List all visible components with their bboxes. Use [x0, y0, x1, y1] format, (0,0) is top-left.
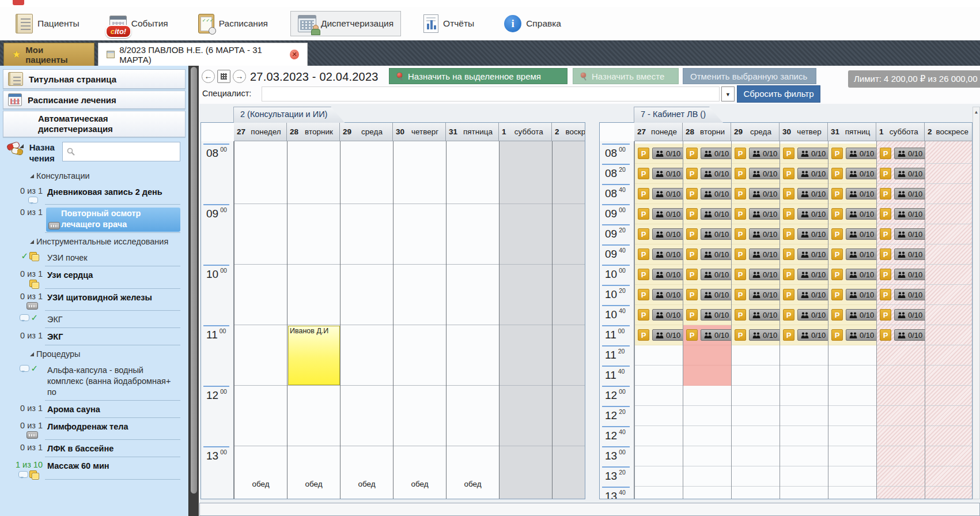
sidebar-item-treatment-schedule[interactable]: Расписание лечения [3, 91, 186, 109]
capacity-badge[interactable]: 0/10 [894, 248, 926, 260]
resource-badge[interactable]: Р [686, 228, 698, 240]
time-slot-cell[interactable] [877, 406, 925, 426]
calendar-picker-button[interactable] [217, 70, 230, 83]
time-slot-cell[interactable] [234, 204, 287, 265]
resource-badge[interactable]: Р [638, 208, 649, 220]
toolbar-item-patients[interactable]: Пациенты [8, 10, 87, 37]
resource-badge[interactable]: Р [831, 329, 843, 341]
time-slot-cell[interactable] [553, 265, 585, 325]
capacity-badge[interactable]: 0/10 [701, 148, 733, 159]
tree-item[interactable]: 0 из 1Арома сауна [0, 401, 188, 418]
tree-group-Инструментальные исследования[interactable]: Инструментальные исследования [0, 233, 188, 249]
time-slot-cell[interactable] [925, 345, 973, 366]
time-slot-cell[interactable]: Р0/10 [732, 244, 780, 265]
resource-badge[interactable]: Р [686, 208, 698, 220]
resource-badge[interactable]: Р [831, 208, 843, 220]
time-slot-cell[interactable] [925, 184, 973, 204]
time-slot-cell[interactable]: Р0/10 [635, 204, 683, 224]
time-slot-cell[interactable]: Р0/10 [828, 144, 876, 164]
capacity-badge[interactable]: 0/10 [652, 168, 684, 179]
tree-item[interactable]: 0 из 1ЛФК в бассейне [0, 440, 188, 457]
collapse-icon[interactable] [30, 240, 34, 244]
time-slot-cell[interactable]: Р0/10 [780, 224, 828, 244]
resource-badge[interactable]: Р [735, 289, 746, 300]
time-slot-cell[interactable]: Р0/10 [635, 325, 683, 345]
time-slot-cell[interactable]: обед [234, 446, 287, 499]
time-slot-cell[interactable] [340, 265, 393, 325]
capacity-badge[interactable]: 0/10 [652, 269, 684, 280]
resource-badge[interactable]: Р [783, 269, 794, 280]
time-slot-cell[interactable] [553, 144, 585, 204]
resource-badge[interactable]: Р [638, 148, 649, 159]
time-slot-cell[interactable]: обед [340, 446, 393, 499]
time-slot-cell[interactable] [780, 487, 828, 499]
time-slot-cell[interactable] [925, 426, 973, 446]
resource-badge[interactable]: Р [880, 309, 891, 321]
resource-badge[interactable]: Р [783, 289, 794, 300]
toolbar-item-reports[interactable]: Отчёты [416, 10, 482, 37]
time-slot-cell[interactable]: Р0/10 [877, 285, 925, 305]
capacity-badge[interactable]: 0/10 [797, 228, 830, 240]
time-slot-cell[interactable] [780, 466, 828, 487]
time-slot-cell[interactable] [635, 366, 683, 386]
resource-badge[interactable]: Р [783, 248, 794, 260]
time-slot-cell[interactable] [925, 406, 973, 426]
time-slot-cell[interactable] [500, 325, 552, 386]
capacity-badge[interactable]: 0/10 [749, 228, 781, 240]
time-slot-cell[interactable]: Р0/10 [780, 285, 828, 305]
resource-badge[interactable]: Р [783, 188, 794, 199]
collapse-icon[interactable] [20, 144, 24, 148]
capacity-badge[interactable]: 0/10 [894, 168, 926, 179]
resource-badge[interactable]: Р [880, 248, 891, 260]
toolbar-item-events[interactable]: cito! События [102, 12, 176, 36]
time-slot-cell[interactable]: Р0/10 [732, 325, 780, 345]
capacity-badge[interactable]: 0/10 [846, 228, 878, 240]
time-slot-cell[interactable] [780, 426, 828, 446]
time-slot-cell[interactable] [828, 386, 876, 406]
time-slot-cell[interactable] [925, 244, 973, 265]
capacity-badge[interactable]: 0/10 [701, 269, 733, 280]
specialist-dropdown-button[interactable]: ▼ [721, 86, 735, 101]
time-slot-cell[interactable]: Р0/10 [877, 325, 925, 345]
time-slot-cell[interactable] [828, 466, 876, 487]
time-slot-cell[interactable] [925, 386, 973, 406]
time-slot-cell[interactable]: Р0/10 [635, 305, 683, 325]
resource-badge[interactable]: Р [638, 329, 649, 341]
tree-item[interactable]: ✓Альфа-капсула - водный комплекс (ванна … [0, 361, 188, 401]
time-slot-cell[interactable] [925, 285, 973, 305]
capacity-badge[interactable]: 0/10 [701, 168, 733, 179]
resource-badge[interactable]: Р [638, 168, 649, 179]
capacity-badge[interactable]: 0/10 [749, 188, 781, 199]
resource-badge[interactable]: Р [831, 269, 843, 280]
time-slot-cell[interactable] [553, 386, 585, 446]
resource-badge[interactable]: Р [735, 208, 746, 220]
resource-badge[interactable]: Р [735, 269, 746, 280]
resource-badge[interactable]: Р [880, 228, 891, 240]
tab-patient-case[interactable]: 8/2023 ПАВЛОВ Н.Е. (6 МАРТА - 31 МАРТА) … [98, 43, 308, 66]
capacity-badge[interactable]: 0/10 [701, 329, 733, 341]
time-slot-cell[interactable] [393, 386, 446, 446]
time-slot-cell[interactable] [925, 305, 973, 325]
time-slot-cell[interactable] [877, 386, 925, 406]
capacity-badge[interactable]: 0/10 [894, 208, 926, 220]
time-slot-cell[interactable]: Р0/10 [877, 184, 925, 204]
time-slot-cell[interactable] [500, 204, 552, 265]
cancel-selected-record-button[interactable]: Отменить выбранную запись [683, 68, 816, 84]
time-slot-cell[interactable]: Р0/10 [635, 265, 683, 285]
time-slot-cell[interactable]: Р0/10 [877, 204, 925, 224]
resource-badge[interactable]: Р [735, 329, 746, 341]
capacity-badge[interactable]: 0/10 [894, 329, 926, 341]
resource-badge[interactable]: Р [880, 208, 891, 220]
resource-badge[interactable]: Р [783, 309, 794, 321]
capacity-badge[interactable]: 0/10 [749, 168, 781, 179]
time-slot-cell[interactable] [393, 144, 446, 204]
capacity-badge[interactable]: 0/10 [797, 168, 830, 179]
time-slot-cell[interactable] [234, 386, 287, 446]
capacity-badge[interactable]: 0/10 [652, 289, 684, 300]
resource-badge[interactable]: Р [686, 188, 698, 199]
time-slot-cell[interactable] [828, 446, 876, 466]
capacity-badge[interactable]: 0/10 [846, 248, 878, 260]
resource-badge[interactable]: Р [783, 148, 794, 159]
time-slot-cell[interactable] [828, 487, 876, 499]
time-slot-cell[interactable] [877, 466, 925, 487]
